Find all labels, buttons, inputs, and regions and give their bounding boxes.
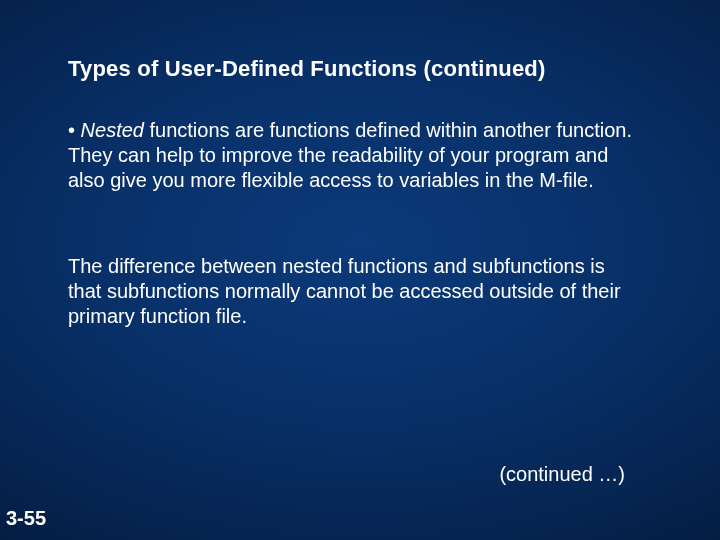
nested-term: Nested bbox=[81, 119, 144, 141]
body-paragraph-1: • Nested functions are functions defined… bbox=[68, 118, 638, 193]
page-number: 3-55 bbox=[6, 507, 46, 530]
slide-title: Types of User-Defined Functions (continu… bbox=[68, 56, 680, 82]
body1-text: functions are functions defined within a… bbox=[68, 119, 632, 191]
continued-label: (continued …) bbox=[0, 463, 625, 486]
slide: Types of User-Defined Functions (continu… bbox=[0, 0, 720, 540]
bullet-icon: • bbox=[68, 119, 81, 141]
body-paragraph-2: The difference between nested functions … bbox=[68, 254, 638, 329]
